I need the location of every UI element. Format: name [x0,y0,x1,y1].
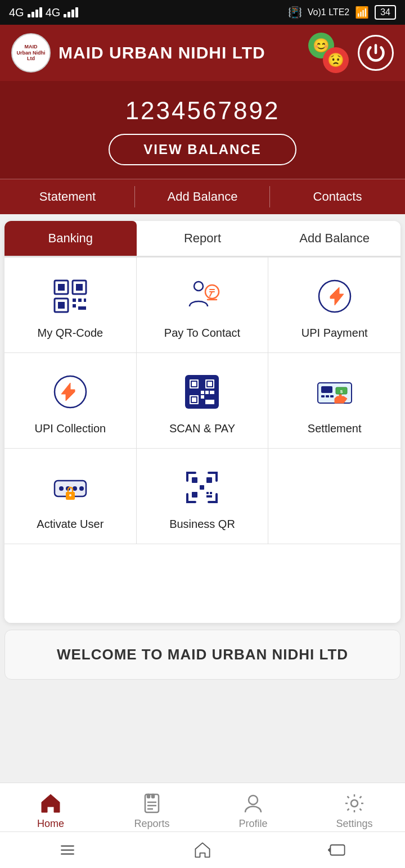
svg-rect-62 [330,845,344,855]
network-text-2: 4G [46,6,61,19]
empty-space [4,544,400,623]
svg-rect-47 [200,485,204,490]
chat-support-icon[interactable]: 😊 😟 [308,33,349,73]
svg-rect-52 [147,794,150,798]
svg-point-57 [249,795,258,804]
app-title: MAID URBAN NIDHI LTD [58,43,266,62]
qr-code-icon [48,274,93,319]
svg-point-43 [69,494,71,496]
svg-rect-9 [73,304,76,308]
nav-settings[interactable]: Settings [321,792,388,830]
grid-item-upi-payment[interactable]: UPI Payment [268,257,400,353]
tab-banking[interactable]: Banking [4,221,137,256]
svg-rect-48 [206,492,209,494]
nav-profile-label: Profile [238,818,267,830]
nav-home[interactable]: Home [17,792,84,830]
grid-item-settlement[interactable]: $ Settlement [268,353,400,449]
svg-rect-29 [205,400,214,404]
network-text: 4G [9,6,24,19]
svg-text:$: $ [340,389,343,394]
view-balance-button[interactable]: VIEW BALANCE [109,134,296,165]
upi-collection-label: UPI Collection [34,422,106,435]
svg-rect-7 [78,299,82,302]
svg-rect-24 [192,397,196,402]
account-number: 1234567892 [11,97,394,125]
settlement-label: Settlement [308,422,362,435]
activate-user-label: Activate User [37,518,104,531]
system-back-button[interactable] [327,840,348,860]
network-lte: Vo)1 LTE2 [308,7,349,17]
grid-item-pay-to-contact[interactable]: Pay To Contact [137,257,269,353]
grid-item-scan-pay[interactable]: SCAN & PAY [137,353,269,449]
nav-settings-label: Settings [336,818,372,830]
svg-rect-34 [330,395,334,397]
header-left: MAIDUrban Nidhi Ltd MAID URBAN NIDHI LTD [11,33,266,73]
logout-button[interactable] [358,35,394,71]
svg-rect-28 [201,395,204,399]
svg-rect-27 [210,391,214,394]
app-logo: MAIDUrban Nidhi Ltd [11,33,51,73]
svg-rect-8 [84,299,86,302]
nav-reports-label: Reports [134,818,169,830]
system-menu-button[interactable] [57,840,78,860]
system-home-button[interactable] [192,840,213,860]
svg-rect-46 [192,492,197,498]
nav-home-label: Home [37,818,64,830]
svg-rect-26 [205,391,209,394]
app-header: MAIDUrban Nidhi Ltd MAID URBAN NIDHI LTD… [0,25,405,81]
svg-rect-10 [78,306,86,310]
grid-item-my-qr-code[interactable]: My QR-Code [4,257,137,353]
nav-reports[interactable]: Reports [118,792,186,830]
quick-link-add-balance[interactable]: Add Balance [135,179,270,214]
business-qr-icon [179,465,224,510]
status-right: 📳 Vo)1 LTE2 📶 34 [288,5,396,20]
svg-rect-25 [201,391,204,394]
status-bar: 4G 4G 📳 Vo)1 LTE2 📶 34 [0,0,405,25]
svg-point-58 [351,800,358,807]
upi-payment-label: UPI Payment [302,327,368,340]
svg-rect-18 [192,382,196,386]
account-section: 1234567892 VIEW BALANCE [0,81,405,179]
svg-rect-1 [58,284,65,291]
tab-add-balance[interactable]: Add Balance [268,221,400,256]
svg-rect-5 [58,302,65,309]
grid-item-upi-collection[interactable]: UPI Collection [4,353,137,449]
svg-point-41 [79,486,84,491]
grid-item-business-qr[interactable]: Business QR [137,449,269,544]
tabs-row: Banking Report Add Balance [4,221,400,257]
svg-point-38 [59,486,64,491]
activate-user-icon [48,465,93,510]
bottom-navigation: Home Reports Profile Settings [0,783,405,834]
nav-profile[interactable]: Profile [219,792,287,830]
scan-pay-label: SCAN & PAY [169,422,235,435]
quick-links-bar: Statement Add Balance Contacts [0,179,405,214]
svg-rect-45 [206,477,212,483]
wifi-icon: 📶 [355,6,369,19]
pay-to-contact-icon [179,274,224,319]
svg-rect-33 [326,395,329,397]
my-qr-code-label: My QR-Code [37,327,103,340]
grid-item-activate-user[interactable]: Activate User [4,449,137,544]
svg-rect-44 [192,477,197,483]
svg-rect-6 [73,299,76,302]
upi-collection-icon [48,369,93,414]
system-navigation [0,831,405,868]
quick-link-contacts[interactable]: Contacts [270,179,405,214]
signal-bars-2 [64,7,78,17]
status-left: 4G 4G [9,6,78,19]
svg-rect-53 [152,794,154,798]
welcome-banner: WELCOME TO MAID URBAN NIDHI LTD [4,630,400,680]
upi-payment-icon [312,274,357,319]
sad-emoji-bubble: 😟 [323,47,349,73]
grid-item-empty [268,449,400,544]
svg-rect-32 [321,395,325,397]
svg-point-11 [194,282,203,291]
quick-link-statement[interactable]: Statement [0,179,135,214]
settlement-icon: $ [312,369,357,414]
feature-grid: My QR-Code Pay To Contact [4,257,400,544]
scan-pay-icon [179,369,224,414]
pay-to-contact-label: Pay To Contact [164,327,240,340]
svg-rect-49 [210,492,212,494]
tab-report[interactable]: Report [137,221,269,256]
svg-rect-21 [208,382,212,386]
